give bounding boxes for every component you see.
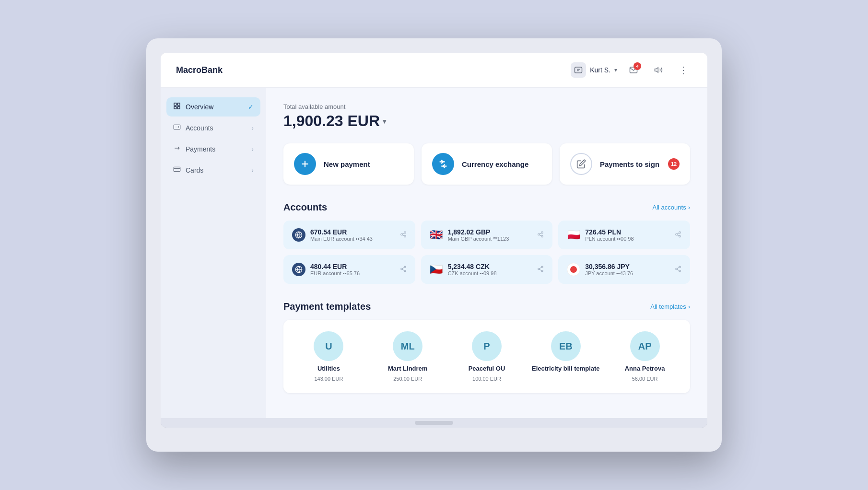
svg-point-33 — [404, 270, 406, 272]
laptop-wrapper: MacroBank Kurt S. ▾ — [146, 38, 722, 452]
share-icon-czk[interactable] — [537, 266, 544, 274]
account-name-czk: CZK account ••09 98 — [448, 270, 497, 276]
user-info[interactable]: Kurt S. ▾ — [571, 62, 617, 78]
template-amount-utilities: 143.00 EUR — [314, 376, 343, 382]
svg-point-19 — [541, 232, 543, 233]
account-amount-gbp: 1,892.02 GBP — [448, 228, 509, 236]
sidebar-item-cards[interactable]: Cards › — [166, 161, 260, 180]
top-bar-right: Kurt S. ▾ 4 — [571, 61, 692, 79]
template-mart-lindrem[interactable]: ML Mart Lindrem 250.00 EUR — [372, 331, 444, 382]
svg-point-26 — [679, 235, 681, 237]
templates-section: Payment templates All templates › U Util… — [283, 301, 690, 393]
account-card-jpy[interactable]: 30,356.86 JPY JPY account ••43 76 — [558, 255, 690, 284]
template-anna-petrova[interactable]: AP Anna Petrova 56.00 EUR — [609, 331, 680, 382]
total-amount: 1,900.23 EUR ▾ — [283, 112, 690, 130]
share-icon-jpy[interactable] — [675, 266, 681, 274]
svg-point-32 — [400, 268, 402, 270]
more-menu-button[interactable]: ⋮ — [675, 61, 692, 79]
account-card-gbp-main[interactable]: 🇬🇧 1,892.02 GBP Main GBP account **1123 — [421, 221, 553, 249]
sidebar-item-payments[interactable]: Payments › — [166, 140, 260, 159]
account-amount-eur-second: 480.44 EUR — [310, 263, 360, 270]
main-layout: Overview ✓ Accounts › — [161, 88, 707, 418]
templates-chevron-icon: › — [688, 303, 690, 310]
chevron-down-icon: ▾ — [614, 67, 617, 73]
template-peaceful-ou[interactable]: P Peaceful OU 100.00 EUR — [451, 331, 523, 382]
new-payment-icon — [294, 153, 316, 175]
svg-line-35 — [402, 267, 404, 268]
accounts-icon — [173, 123, 181, 133]
template-name-utilities: Utilities — [317, 365, 340, 372]
svg-rect-4 — [174, 106, 176, 109]
templates-section-header: Payment templates All templates › — [283, 301, 690, 312]
svg-point-25 — [676, 233, 678, 235]
accounts-title: Accounts — [283, 202, 327, 213]
template-amount-mart: 250.00 EUR — [393, 376, 422, 382]
notifications-button[interactable]: 4 — [625, 61, 642, 79]
templates-title: Payment templates — [283, 301, 371, 312]
svg-rect-6 — [174, 125, 180, 129]
svg-point-31 — [404, 266, 406, 268]
share-icon-gbp[interactable] — [537, 231, 544, 239]
svg-rect-8 — [174, 167, 180, 171]
svg-point-16 — [404, 235, 406, 237]
laptop-notch — [415, 421, 453, 425]
cards-arrow-icon: › — [251, 166, 254, 174]
svg-line-18 — [402, 233, 404, 233]
currency-exchange-card[interactable]: Currency exchange — [422, 143, 552, 185]
accounts-section-header: Accounts All accounts › — [283, 202, 690, 213]
sidebar: Overview ✓ Accounts › — [161, 88, 266, 418]
more-icon: ⋮ — [679, 64, 689, 76]
account-name-gbp: Main GBP account **1123 — [448, 236, 509, 242]
svg-line-23 — [540, 233, 541, 233]
total-amount-value: 1,900.23 EUR — [283, 112, 380, 130]
share-icon-pln[interactable] — [675, 231, 681, 239]
new-payment-label: New payment — [324, 160, 370, 168]
svg-line-22 — [540, 234, 541, 235]
account-card-pln[interactable]: 🇵🇱 726.45 PLN PLN account ••00 98 — [558, 221, 690, 249]
amount-dropdown-icon[interactable]: ▾ — [383, 117, 386, 125]
svg-marker-1 — [655, 68, 658, 73]
template-avatar-peaceful: P — [472, 331, 502, 361]
cards-icon — [173, 165, 181, 175]
account-card-czk[interactable]: 🇨🇿 5,234.48 CZK CZK account ••09 98 — [421, 255, 553, 284]
svg-point-43 — [679, 270, 681, 272]
all-accounts-link[interactable]: All accounts › — [653, 204, 690, 211]
share-icon-eur-main[interactable] — [400, 231, 407, 239]
total-label: Total available amount — [283, 103, 690, 110]
payments-to-sign-label: Payments to sign — [600, 160, 659, 168]
new-payment-card[interactable]: New payment — [283, 143, 414, 185]
action-cards: New payment Currency exchange — [283, 143, 690, 185]
svg-point-21 — [541, 235, 543, 237]
sidebar-cards-label: Cards — [186, 166, 203, 174]
svg-rect-3 — [177, 103, 180, 105]
account-card-eur-second[interactable]: 480.44 EUR EUR account ••65 76 — [283, 255, 415, 284]
account-name-eur-second: EUR account ••65 76 — [310, 270, 360, 276]
svg-line-44 — [677, 269, 679, 270]
template-utilities[interactable]: U Utilities 143.00 EUR — [293, 331, 364, 382]
sidebar-item-accounts[interactable]: Accounts › — [166, 118, 260, 138]
sidebar-item-overview[interactable]: Overview ✓ — [166, 97, 260, 117]
account-card-eur-main[interactable]: 670.54 EUR Main EUR account ••34 43 — [283, 221, 415, 249]
svg-rect-2 — [174, 103, 176, 105]
currency-exchange-icon — [432, 153, 454, 175]
payments-to-sign-card[interactable]: Payments to sign 12 — [560, 143, 690, 185]
notification-badge: 4 — [633, 62, 641, 70]
template-amount-anna: 56.00 EUR — [632, 376, 658, 382]
template-avatar-anna: AP — [630, 331, 660, 361]
share-icon-eur-second[interactable] — [400, 266, 407, 274]
content-area: Total available amount 1,900.23 EUR ▾ Ne… — [266, 88, 707, 418]
all-templates-link[interactable]: All templates › — [650, 303, 690, 310]
template-amount-peaceful: 100.00 EUR — [472, 376, 501, 382]
pln-flag-icon: 🇵🇱 — [567, 228, 580, 242]
announcements-button[interactable] — [650, 61, 667, 79]
svg-point-14 — [404, 232, 406, 233]
svg-point-38 — [541, 270, 543, 272]
sidebar-accounts-label: Accounts — [186, 124, 213, 132]
template-electricity-bill[interactable]: EB Electricity bill template — [530, 331, 601, 382]
svg-line-28 — [677, 233, 679, 233]
account-amount-czk: 5,234.48 CZK — [448, 263, 497, 270]
laptop-screen: MacroBank Kurt S. ▾ — [161, 53, 707, 428]
svg-rect-0 — [575, 67, 582, 73]
currency-exchange-label: Currency exchange — [462, 160, 528, 168]
svg-point-37 — [538, 268, 540, 270]
